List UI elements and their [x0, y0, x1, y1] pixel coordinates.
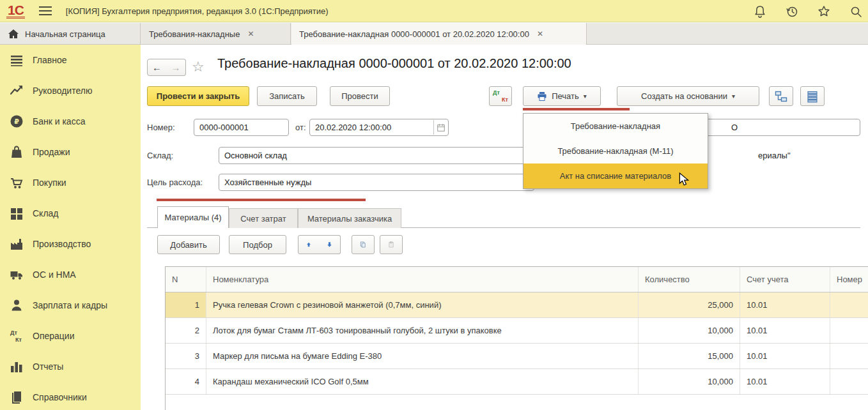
- table-row[interactable]: 3 Маркер для письма на бумаге Edding E-3…: [166, 344, 868, 369]
- materials-table: N Номенклатура Количество Счет учета Ном…: [165, 266, 868, 410]
- document-register-button[interactable]: [800, 86, 825, 106]
- svg-text:₽: ₽: [14, 118, 19, 125]
- 1c-enterprise-window: 1С [КОПИЯ] Бухгалтерия предприятия, реда…: [0, 0, 868, 410]
- sidebar-item-reports[interactable]: Отчеты: [0, 351, 141, 382]
- sidebar-item-operations[interactable]: ДтКт Операции: [0, 321, 141, 351]
- purpose-label: Цель расхода:: [147, 174, 203, 191]
- back-arrow-icon: ←: [152, 62, 162, 73]
- sidebar-item-manager[interactable]: Руководителю: [0, 75, 141, 106]
- window-tabbar: Начальная страница Требования-накладные …: [0, 23, 868, 45]
- dtkt-icon: ДтКт: [493, 89, 508, 103]
- pick-button[interactable]: Подбор: [229, 235, 286, 254]
- copy-icon: [360, 239, 366, 250]
- printer-icon: [537, 91, 547, 102]
- move-up-button[interactable]: [298, 235, 320, 254]
- sidebar-item-main[interactable]: Главное: [0, 45, 141, 75]
- tab-customer-materials[interactable]: Материалы заказчика: [298, 208, 401, 228]
- paste-button[interactable]: [380, 235, 403, 254]
- menu-lines-icon: [9, 52, 24, 68]
- table-row[interactable]: 1 Ручка гелевая Crown с резиновой манжет…: [166, 292, 868, 318]
- topbar-icons: [753, 0, 863, 22]
- document-title: Требование-накладная 0000-000001 от 20.0…: [217, 56, 571, 71]
- col-header-nomenclature[interactable]: Номенклатура: [206, 267, 639, 292]
- print-dropdown-menu: Требование-накладная Требование-накладна…: [523, 113, 708, 189]
- register-list-icon: [806, 90, 819, 103]
- topbar: 1С [КОПИЯ] Бухгалтерия предприятия, реда…: [0, 0, 868, 22]
- dropdown-caret-icon: ▾: [584, 93, 587, 100]
- post-and-close-button[interactable]: Провести и закрыть: [147, 86, 249, 106]
- col-header-n[interactable]: N: [166, 267, 206, 292]
- main-menu-icon[interactable]: [39, 6, 52, 15]
- sidebar-item-bank-cash[interactable]: ₽ Банк и касса: [0, 106, 141, 137]
- trend-arrow-icon: [9, 83, 24, 98]
- sidebar-item-warehouse[interactable]: Склад: [0, 198, 141, 229]
- tab-close-icon[interactable]: ✕: [537, 29, 543, 38]
- col-header-number[interactable]: Номер: [830, 267, 868, 292]
- arrow-up-icon: [306, 239, 311, 250]
- col-header-quantity[interactable]: Количество: [639, 267, 740, 292]
- date-label: от:: [295, 119, 306, 136]
- favorites-star-icon[interactable]: [817, 4, 831, 19]
- ruble-circle-icon: ₽: [9, 114, 24, 129]
- 1c-logo: 1С: [6, 4, 25, 19]
- related-documents-button[interactable]: [769, 86, 793, 106]
- show-postings-button[interactable]: ДтКт: [489, 86, 512, 106]
- print-button[interactable]: Печать ▾: [523, 86, 601, 106]
- table-header-row: N Номенклатура Количество Счет учета Ном…: [166, 267, 868, 292]
- table-row[interactable]: 4 Карандаш механический ICO Golf 0,5мм 1…: [166, 369, 868, 395]
- tab-requisitions-list[interactable]: Требования-накладные ✕: [141, 23, 291, 45]
- tab-label: Начальная страница: [25, 29, 105, 39]
- calendar-icon: [437, 123, 446, 132]
- favorite-star-icon[interactable]: ☆: [192, 59, 205, 75]
- sidebar-item-sales[interactable]: Продажи: [0, 137, 141, 167]
- notifications-bell-icon[interactable]: [753, 4, 767, 19]
- table-row[interactable]: 2 Лоток для бумаг Стамм ЛТ-603 тонирован…: [166, 318, 868, 344]
- sidebar-item-directories[interactable]: Справочники: [0, 382, 141, 410]
- date-input[interactable]: [309, 119, 449, 136]
- menu-item-requisition-m11[interactable]: Требование-накладная (М-11): [523, 139, 708, 163]
- nav-forward-button[interactable]: →: [166, 59, 186, 76]
- shopping-bag-icon: [9, 144, 24, 160]
- add-row-button[interactable]: Добавить: [157, 235, 220, 254]
- purpose-field-underline: [157, 199, 366, 201]
- factory-icon: [9, 236, 24, 252]
- purpose-input[interactable]: [219, 174, 534, 191]
- paste-icon: [388, 239, 394, 250]
- sidebar-item-purchases[interactable]: Покупки: [0, 167, 141, 198]
- tab-requisition-document[interactable]: Требование-накладная 0000-000001 от 20.0…: [291, 23, 587, 45]
- col-header-account[interactable]: Счет учета: [740, 267, 830, 292]
- person-icon: [9, 298, 24, 313]
- tab-cost-account[interactable]: Счет затрат: [229, 208, 298, 228]
- move-down-button[interactable]: [319, 235, 341, 254]
- svg-text:Кт: Кт: [15, 337, 22, 343]
- menu-item-writeoff-act[interactable]: Акт на списание материалов: [523, 163, 708, 188]
- sidebar-item-fixed-assets[interactable]: ОС и НМА: [0, 259, 141, 290]
- app-title: [КОПИЯ] Бухгалтерия предприятия, редакци…: [66, 6, 329, 16]
- post-button[interactable]: Провести: [330, 86, 390, 106]
- dropdown-caret-icon: ▾: [732, 93, 735, 100]
- grid-blocks-icon: [9, 206, 24, 221]
- cost-accounts-label-fragment: ериалы": [758, 151, 791, 160]
- sidebar-item-production[interactable]: Производство: [0, 229, 141, 259]
- create-based-on-button[interactable]: Создать на основании ▾: [617, 86, 759, 106]
- shopping-cart-icon: [9, 175, 24, 190]
- menu-item-requisition[interactable]: Требование-накладная: [523, 114, 708, 139]
- calendar-button[interactable]: [433, 120, 447, 135]
- books-icon: [9, 390, 24, 405]
- sidebar-item-salary-hr[interactable]: Зарплата и кадры: [0, 290, 141, 321]
- warehouse-input[interactable]: [219, 147, 534, 164]
- section-sidebar: Главное Руководителю ₽ Банк и касса Прод…: [0, 45, 141, 410]
- home-icon: [8, 28, 19, 40]
- tab-materials[interactable]: Материалы (4): [157, 206, 229, 228]
- save-button[interactable]: Записать: [257, 86, 317, 106]
- copy-button[interactable]: [352, 235, 375, 254]
- history-icon[interactable]: [785, 4, 799, 19]
- tab-home-page[interactable]: Начальная страница: [0, 23, 141, 45]
- search-icon[interactable]: [849, 4, 863, 19]
- warehouse-label: Склад:: [147, 147, 173, 164]
- tab-close-icon[interactable]: ✕: [247, 29, 254, 38]
- nav-back-button[interactable]: ←: [147, 59, 167, 76]
- tab-label: Требование-накладная 0000-000001 от 20.0…: [299, 29, 529, 39]
- number-input[interactable]: [194, 119, 289, 136]
- print-menu-open-indicator: [523, 108, 630, 110]
